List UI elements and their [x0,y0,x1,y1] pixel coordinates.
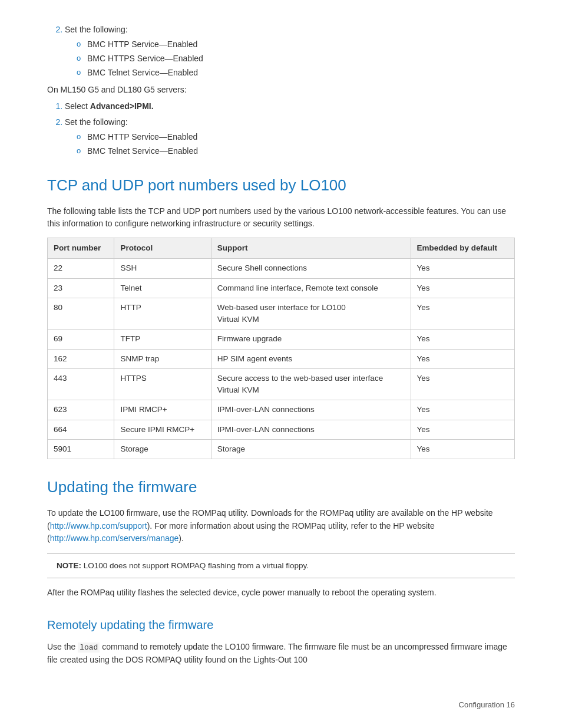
col-header-protocol: Protocol [114,238,211,259]
table-cell-6-3: Yes [411,400,515,420]
table-row: 162SNMP trapHP SIM agent eventsYes [48,349,515,368]
remote-section-title: Remotely updating the firmware [47,616,515,634]
step-1-item: Select Advanced>IPMI. [65,100,515,113]
sub-item-1: BMC HTTP Service—Enabled [77,38,515,51]
sub-item-b2: BMC Telnet Service—Enabled [77,145,515,157]
col-header-port: Port number [48,238,114,259]
table-cell-0-2: Secure Shell connections [211,259,411,278]
table-row: 22SSHSecure Shell connectionsYes [48,259,515,278]
table-cell-2-2: Web-based user interface for LO100Virtua… [211,298,411,330]
sub-item-3: BMC Telnet Service—Enabled [77,67,515,79]
firmware-link2[interactable]: http://www.hp.com/servers/manage [50,533,179,543]
port-table: Port number Protocol Support Embedded by… [47,238,515,459]
tcp-section-title: TCP and UDP port numbers used by LO100 [47,174,515,197]
table-cell-4-3: Yes [411,349,515,368]
sub-item-b1: BMC HTTP Service—Enabled [77,131,515,143]
table-cell-3-1: TFTP [114,330,211,349]
table-cell-7-3: Yes [411,420,515,439]
sub-list-1: BMC HTTP Service—Enabled BMC HTTPS Servi… [77,38,515,79]
table-cell-2-3: Yes [411,298,515,330]
table-row: 5901StorageStorageYes [48,439,515,459]
ml150-text: On ML150 G5 and DL180 G5 servers: [47,84,515,97]
page-footer: Configuration 16 [459,699,515,711]
step-2-item: Set the following: BMC HTTP Service—Enab… [65,24,515,79]
table-cell-0-3: Yes [411,259,515,278]
note-box: NOTE: LO100 does not support ROMPAQ flas… [47,554,515,578]
table-cell-1-2: Command line interface, Remote text cons… [211,278,411,298]
table-row: 623IPMI RMCP+IPMI-over-LAN connectionsYe… [48,400,515,420]
col-header-embedded: Embedded by default [411,238,515,259]
table-cell-8-3: Yes [411,439,515,459]
table-cell-1-3: Yes [411,278,515,298]
step-2b-item: Set the following: BMC HTTP Service—Enab… [65,116,515,157]
table-cell-1-0: 23 [48,278,114,298]
table-row: 664Secure IPMI RMCP+IPMI-over-LAN connec… [48,420,515,439]
table-cell-5-1: HTTPS [114,368,211,400]
table-cell-5-0: 443 [48,368,114,400]
step-2b-text: Set the following: [65,117,128,127]
table-cell-4-0: 162 [48,349,114,368]
table-cell-8-2: Storage [211,439,411,459]
sub-list-2: BMC HTTP Service—Enabled BMC Telnet Serv… [77,131,515,157]
remote-intro-post: command to remotely update the LO100 fir… [47,642,507,664]
table-cell-3-2: Firmware upgrade [211,330,411,349]
table-cell-3-0: 69 [48,330,114,349]
table-cell-6-1: IPMI RMCP+ [114,400,211,420]
sub-item-2: BMC HTTPS Service—Enabled [77,52,515,65]
remote-intro-pre: Use the [47,642,78,651]
remote-code: load [78,643,100,653]
table-body: 22SSHSecure Shell connectionsYes23Telnet… [48,259,515,459]
table-cell-7-0: 664 [48,420,114,439]
table-cell-7-1: Secure IPMI RMCP+ [114,420,211,439]
table-cell-0-1: SSH [114,259,211,278]
table-cell-5-2: Secure access to the web-based user inte… [211,368,411,400]
col-header-support: Support [211,238,411,259]
firmware-link1[interactable]: http://www.hp.com/support [50,521,147,531]
table-cell-3-3: Yes [411,330,515,349]
step-1-bold: Advanced>IPMI. [90,101,154,111]
table-cell-1-1: Telnet [114,278,211,298]
table-cell-6-2: IPMI-over-LAN connections [211,400,411,420]
note-text: LO100 does not support ROMPAQ flashing f… [81,561,309,570]
firmware-after-note: After the ROMPaq utility flashes the sel… [47,587,515,599]
table-row: 23TelnetCommand line interface, Remote t… [48,278,515,298]
table-cell-8-1: Storage [114,439,211,459]
step-1-text: Select [65,101,90,111]
table-header-row: Port number Protocol Support Embedded by… [48,238,515,259]
table-row: 80HTTPWeb-based user interface for LO100… [48,298,515,330]
table-cell-2-0: 80 [48,298,114,330]
table-cell-4-2: HP SIM agent events [211,349,411,368]
tcp-description: The following table lists the TCP and UD… [47,205,515,230]
table-cell-7-2: IPMI-over-LAN connections [211,420,411,439]
table-cell-8-0: 5901 [48,439,114,459]
table-cell-6-0: 623 [48,400,114,420]
table-cell-2-1: HTTP [114,298,211,330]
table-row: 443HTTPSSecure access to the web-based u… [48,368,515,400]
remote-intro: Use the load command to remotely update … [47,641,515,667]
step-2-text: Set the following: [65,25,128,34]
note-label: NOTE: [57,561,81,570]
table-cell-0-0: 22 [48,259,114,278]
firmware-section-title: Updating the firmware [47,476,515,499]
table-cell-5-3: Yes [411,368,515,400]
table-cell-4-1: SNMP trap [114,349,211,368]
table-row: 69TFTPFirmware upgradeYes [48,330,515,349]
firmware-intro: To update the LO100 firmware, use the RO… [47,507,515,545]
firmware-intro-end: ). [178,533,184,543]
